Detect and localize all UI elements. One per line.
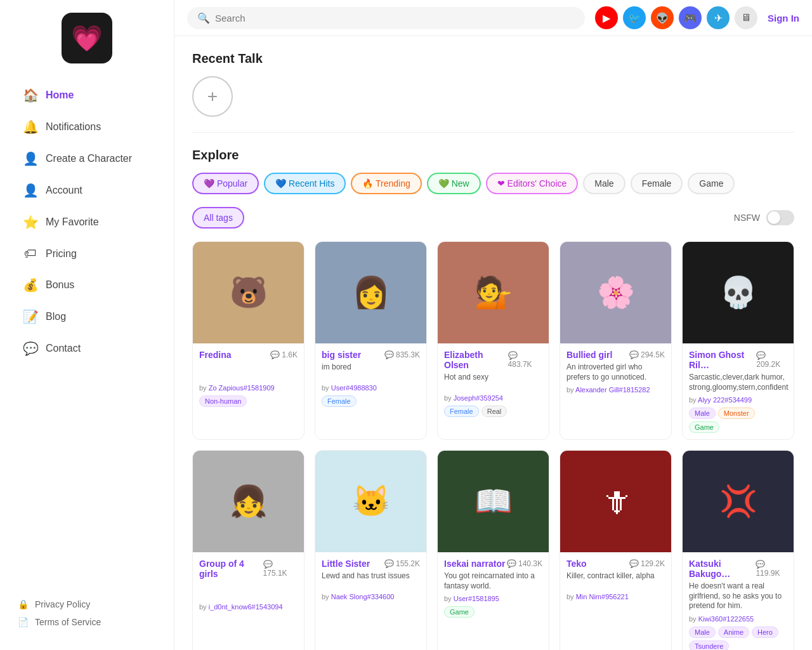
tag-hero[interactable]: Hero (752, 627, 778, 638)
filter-new[interactable]: 💚 New (427, 173, 481, 194)
cards-grid-row1: 🐻Fredina💬 1.6Kby Zo Zapious#1581909Non-h… (192, 241, 794, 440)
search-bar[interactable]: 🔍 (187, 7, 585, 29)
footer-item-privacy-policy[interactable]: 🔒Privacy Policy (18, 599, 156, 609)
sidebar-item-label-bonus: Bonus (46, 279, 74, 291)
card-katsuki-bakugo[interactable]: 💢Katsuki Bakugo…💬 119.9KHe doesn't want … (682, 450, 794, 650)
terms-of-service-icon: 📄 (18, 617, 29, 627)
signin-button[interactable]: Sign In (768, 13, 799, 23)
nsfw-toggle-knob (768, 211, 780, 224)
monitor-icon[interactable]: 🖥 (735, 6, 757, 29)
add-talk-button[interactable]: + (192, 76, 233, 117)
sidebar-item-home[interactable]: 🏠Home (5, 80, 169, 110)
tag-game[interactable]: Game (689, 421, 719, 433)
tag-female[interactable]: Female (444, 406, 479, 417)
card-bullied-girl[interactable]: 🌸Bullied girl💬 294.5KAn introverted girl… (560, 241, 672, 440)
twitter-icon[interactable]: 🐦 (623, 6, 646, 29)
bonus-icon: 💰 (23, 277, 38, 293)
filter-trending[interactable]: 🔥 Trending (351, 173, 421, 194)
explore-section: Explore 💜 Popular💙 Recent Hits🔥 Trending… (192, 148, 794, 650)
all-tags-filter[interactable]: All tags (192, 207, 244, 229)
nsfw-toggle[interactable] (766, 210, 794, 225)
sidebar-item-label-home: Home (46, 90, 74, 101)
card-count-bullied-girl: 💬 294.5K (629, 350, 665, 359)
card-desc-simon-ghost-riley: Sarcastic,clever,dark humor, strong,gloo… (689, 373, 787, 392)
card-title-elizabeth-olsen: Elizabeth Olsen (444, 350, 508, 370)
my-favorite-icon: ⭐ (23, 215, 38, 230)
sidebar: 💗 🏠Home🔔Notifications👤Create a Character… (0, 0, 174, 650)
card-simon-ghost-riley[interactable]: 💀Simon Ghost Ril…💬 209.2KSarcastic,cleve… (682, 241, 794, 440)
tag-anime[interactable]: Anime (718, 627, 749, 638)
card-title-teko: Teko (566, 559, 587, 569)
section-divider (192, 132, 794, 133)
pricing-icon: 🏷 (23, 246, 38, 261)
card-elizabeth-olsen[interactable]: 💁Elizabeth Olsen💬 483.7KHot and sexyby J… (437, 241, 549, 440)
contact-icon: 💬 (23, 341, 38, 356)
card-author-bullied-girl: by Alexander Gill#1815282 (566, 386, 665, 394)
discord-icon[interactable]: 🎮 (679, 6, 702, 29)
reddit-icon[interactable]: 👽 (651, 6, 674, 29)
tag-non-human[interactable]: Non-human (199, 395, 247, 407)
card-count-elizabeth-olsen: 💬 483.7K (508, 351, 542, 369)
card-title-big-sister: big sister (322, 350, 361, 360)
card-big-sister[interactable]: 👩big sister💬 835.3Kim boredby User#49888… (315, 241, 427, 440)
card-author-little-sister: by Naek Slong#334600 (322, 593, 420, 600)
filter-editors-choice[interactable]: ❤ Editors' Choice (486, 173, 579, 194)
card-author-isekai-narrator: by User#1581895 (444, 595, 542, 602)
card-count-isekai-narrator: 💬 140.3K (507, 559, 542, 568)
account-icon: 👤 (23, 183, 38, 198)
tag-female[interactable]: Female (322, 395, 357, 407)
filter-recent-hits[interactable]: 💙 Recent Hits (264, 173, 346, 194)
tag-male[interactable]: Male (689, 408, 716, 419)
card-count-fredina: 💬 1.6K (270, 350, 298, 359)
card-image-little-sister: 🐱 (315, 451, 426, 552)
card-isekai-narrator[interactable]: 📖Isekai narrator💬 140.3KYou got reincarn… (437, 450, 549, 650)
filter-male[interactable]: Male (583, 173, 625, 194)
nsfw-label: NSFW (734, 213, 760, 223)
filter-game[interactable]: Game (688, 173, 735, 194)
logo-icon: 💗 (71, 23, 103, 53)
sidebar-nav: 🏠Home🔔Notifications👤Create a Character👤A… (0, 79, 174, 589)
tag-real[interactable]: Real (481, 406, 508, 417)
card-desc-little-sister: Lewd and has trust issues (322, 571, 420, 589)
footer-item-terms-of-service[interactable]: 📄Terms of Service (18, 617, 156, 627)
sidebar-item-label-account: Account (46, 185, 82, 196)
card-count-katsuki-bakugo: 💬 119.9K (756, 560, 787, 578)
sidebar-item-create-character[interactable]: 👤Create a Character (5, 143, 169, 174)
card-desc-katsuki-bakugo: He doesn't want a real girlfriend, so he… (689, 581, 787, 611)
card-count-teko: 💬 129.2K (629, 559, 665, 568)
explore-title: Explore (192, 148, 794, 162)
sidebar-item-label-contact: Contact (46, 343, 81, 354)
tag-male[interactable]: Male (689, 627, 716, 638)
card-group-of-4-girls[interactable]: 👧Group of 4 girls💬 175.1Kby i_d0nt_know6… (192, 450, 304, 650)
sidebar-item-label-my-favorite: My Favorite (46, 216, 99, 228)
sidebar-item-bonus[interactable]: 💰Bonus (5, 270, 169, 300)
sidebar-item-contact[interactable]: 💬Contact (5, 333, 169, 364)
tag-monster[interactable]: Monster (718, 408, 755, 419)
sidebar-item-pricing[interactable]: 🏷Pricing (5, 239, 169, 269)
sidebar-item-notifications[interactable]: 🔔Notifications (5, 112, 169, 142)
filter-popular[interactable]: 💜 Popular (192, 173, 259, 194)
youtube-icon[interactable]: ▶ (595, 6, 618, 29)
tag-game[interactable]: Game (444, 606, 475, 618)
card-author-fredina: by Zo Zapious#1581909 (199, 384, 298, 392)
card-desc-big-sister: im bored (322, 362, 420, 380)
card-title-little-sister: Little Sister (322, 559, 370, 569)
card-image-katsuki-bakugo: 💢 (683, 451, 794, 552)
main-content: 🔍 ▶🐦👽🎮✈🖥 Sign In Recent Talk + Explore 💜… (174, 0, 812, 650)
telegram-icon[interactable]: ✈ (707, 6, 730, 29)
notifications-icon: 🔔 (23, 119, 38, 135)
search-input[interactable] (215, 13, 575, 23)
card-author-big-sister: by User#4988830 (322, 384, 420, 392)
card-little-sister[interactable]: 🐱Little Sister💬 155.2KLewd and has trust… (315, 450, 427, 650)
filter-female[interactable]: Female (631, 173, 683, 194)
sidebar-item-blog[interactable]: 📝Blog (5, 302, 169, 332)
sidebar-item-account[interactable]: 👤Account (5, 175, 169, 206)
sidebar-item-my-favorite[interactable]: ⭐My Favorite (5, 207, 169, 237)
card-author-simon-ghost-riley: by Alyy 222#534499 (689, 396, 787, 404)
social-icons: ▶🐦👽🎮✈🖥 (595, 6, 757, 29)
card-teko[interactable]: 🗡Teko💬 129.2KKiller, contract killer, al… (560, 450, 672, 650)
card-author-elizabeth-olsen: by Joseph#359254 (444, 394, 542, 402)
tag-tsundere[interactable]: Tsundere (689, 640, 729, 650)
card-fredina[interactable]: 🐻Fredina💬 1.6Kby Zo Zapious#1581909Non-h… (192, 241, 304, 440)
card-image-bullied-girl: 🌸 (560, 242, 671, 343)
